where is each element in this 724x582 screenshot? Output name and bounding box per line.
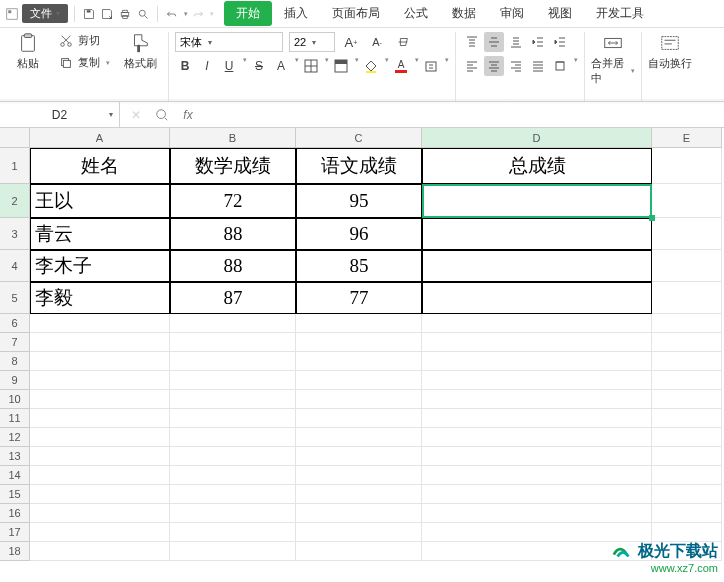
cell-A7[interactable] bbox=[30, 333, 170, 352]
fill-color-button[interactable] bbox=[361, 56, 381, 76]
cell-E3[interactable] bbox=[652, 218, 722, 250]
row-header-1[interactable]: 1 bbox=[0, 148, 30, 184]
print-preview-icon[interactable] bbox=[135, 6, 151, 22]
cell-B16[interactable] bbox=[170, 504, 296, 523]
cell-A13[interactable] bbox=[30, 447, 170, 466]
cell-E6[interactable] bbox=[652, 314, 722, 333]
row-header-15[interactable]: 15 bbox=[0, 485, 30, 504]
cell-B18[interactable] bbox=[170, 542, 296, 561]
cell-A15[interactable] bbox=[30, 485, 170, 504]
cell-D6[interactable] bbox=[422, 314, 652, 333]
cell-A8[interactable] bbox=[30, 352, 170, 371]
row-header-10[interactable]: 10 bbox=[0, 390, 30, 409]
cell-A17[interactable] bbox=[30, 523, 170, 542]
cell-B11[interactable] bbox=[170, 409, 296, 428]
cell-D2[interactable] bbox=[422, 184, 652, 218]
cell-C7[interactable] bbox=[296, 333, 422, 352]
cell-D9[interactable] bbox=[422, 371, 652, 390]
cell-C11[interactable] bbox=[296, 409, 422, 428]
cell-E12[interactable] bbox=[652, 428, 722, 447]
cell-C4[interactable]: 85 bbox=[296, 250, 422, 282]
cell-C9[interactable] bbox=[296, 371, 422, 390]
row-header-6[interactable]: 6 bbox=[0, 314, 30, 333]
undo-dropdown[interactable]: ▾ bbox=[184, 10, 188, 18]
cell-D7[interactable] bbox=[422, 333, 652, 352]
tab-review[interactable]: 审阅 bbox=[488, 1, 536, 26]
tab-view[interactable]: 视图 bbox=[536, 1, 584, 26]
align-left-button[interactable] bbox=[462, 56, 482, 76]
redo-icon[interactable] bbox=[190, 6, 206, 22]
cell-B1[interactable]: 数学成绩 bbox=[170, 148, 296, 184]
select-all-corner[interactable] bbox=[0, 128, 30, 148]
undo-icon[interactable] bbox=[164, 6, 180, 22]
row-header-3[interactable]: 3 bbox=[0, 218, 30, 250]
cell-style-button[interactable] bbox=[331, 56, 351, 76]
cell-B4[interactable]: 88 bbox=[170, 250, 296, 282]
italic-button[interactable]: I bbox=[197, 56, 217, 76]
cell-C16[interactable] bbox=[296, 504, 422, 523]
clear-format-button[interactable] bbox=[393, 32, 413, 52]
row-header-14[interactable]: 14 bbox=[0, 466, 30, 485]
redo-dropdown[interactable]: ▾ bbox=[210, 10, 214, 18]
cell-E13[interactable] bbox=[652, 447, 722, 466]
cell-C5[interactable]: 77 bbox=[296, 282, 422, 314]
cell-B10[interactable] bbox=[170, 390, 296, 409]
cell-D10[interactable] bbox=[422, 390, 652, 409]
cell-E2[interactable] bbox=[652, 184, 722, 218]
cell-D4[interactable] bbox=[422, 250, 652, 282]
cell-C10[interactable] bbox=[296, 390, 422, 409]
borders-button[interactable] bbox=[301, 56, 321, 76]
cell-E5[interactable] bbox=[652, 282, 722, 314]
underline-button[interactable]: U bbox=[219, 56, 239, 76]
cell-D1[interactable]: 总成绩 bbox=[422, 148, 652, 184]
cell-B14[interactable] bbox=[170, 466, 296, 485]
cell-C6[interactable] bbox=[296, 314, 422, 333]
cancel-icon[interactable]: ✕ bbox=[128, 107, 144, 123]
format-painter-button[interactable]: 格式刷 bbox=[118, 32, 162, 71]
justify-button[interactable] bbox=[528, 56, 548, 76]
cell-E16[interactable] bbox=[652, 504, 722, 523]
font-name-select[interactable]: 宋体 ▾ bbox=[175, 32, 283, 52]
print-icon[interactable] bbox=[117, 6, 133, 22]
decrease-font-button[interactable]: A- bbox=[367, 32, 387, 52]
cell-D8[interactable] bbox=[422, 352, 652, 371]
cell-A5[interactable]: 李毅 bbox=[30, 282, 170, 314]
save-icon[interactable] bbox=[81, 6, 97, 22]
cell-B9[interactable] bbox=[170, 371, 296, 390]
row-header-7[interactable]: 7 bbox=[0, 333, 30, 352]
row-header-11[interactable]: 11 bbox=[0, 409, 30, 428]
cell-C15[interactable] bbox=[296, 485, 422, 504]
cell-D5[interactable] bbox=[422, 282, 652, 314]
save-as-icon[interactable] bbox=[99, 6, 115, 22]
font-size-select[interactable]: 22 ▾ bbox=[289, 32, 335, 52]
cell-C1[interactable]: 语文成绩 bbox=[296, 148, 422, 184]
row-header-12[interactable]: 12 bbox=[0, 428, 30, 447]
cell-D14[interactable] bbox=[422, 466, 652, 485]
cell-E15[interactable] bbox=[652, 485, 722, 504]
tab-formulas[interactable]: 公式 bbox=[392, 1, 440, 26]
align-top-button[interactable] bbox=[462, 32, 482, 52]
cell-C3[interactable]: 96 bbox=[296, 218, 422, 250]
cell-C18[interactable] bbox=[296, 542, 422, 561]
increase-indent-button[interactable] bbox=[550, 32, 570, 52]
cell-B2[interactable]: 72 bbox=[170, 184, 296, 218]
increase-font-button[interactable]: A+ bbox=[341, 32, 361, 52]
cell-A2[interactable]: 王以 bbox=[30, 184, 170, 218]
cell-E14[interactable] bbox=[652, 466, 722, 485]
align-middle-button[interactable] bbox=[484, 32, 504, 52]
tab-developer[interactable]: 开发工具 bbox=[584, 1, 656, 26]
formula-input[interactable] bbox=[204, 102, 724, 127]
cell-D15[interactable] bbox=[422, 485, 652, 504]
align-bottom-button[interactable] bbox=[506, 32, 526, 52]
col-header-B[interactable]: B bbox=[170, 128, 296, 148]
align-right-button[interactable] bbox=[506, 56, 526, 76]
row-header-13[interactable]: 13 bbox=[0, 447, 30, 466]
paste-button[interactable]: 粘贴 bbox=[6, 32, 50, 71]
cell-C13[interactable] bbox=[296, 447, 422, 466]
cell-B13[interactable] bbox=[170, 447, 296, 466]
cell-D11[interactable] bbox=[422, 409, 652, 428]
row-header-18[interactable]: 18 bbox=[0, 542, 30, 561]
copy-button[interactable]: 复制 ▾ bbox=[58, 55, 110, 71]
col-header-D[interactable]: D bbox=[422, 128, 652, 148]
file-menu[interactable]: 文件 ▾ bbox=[22, 4, 68, 23]
